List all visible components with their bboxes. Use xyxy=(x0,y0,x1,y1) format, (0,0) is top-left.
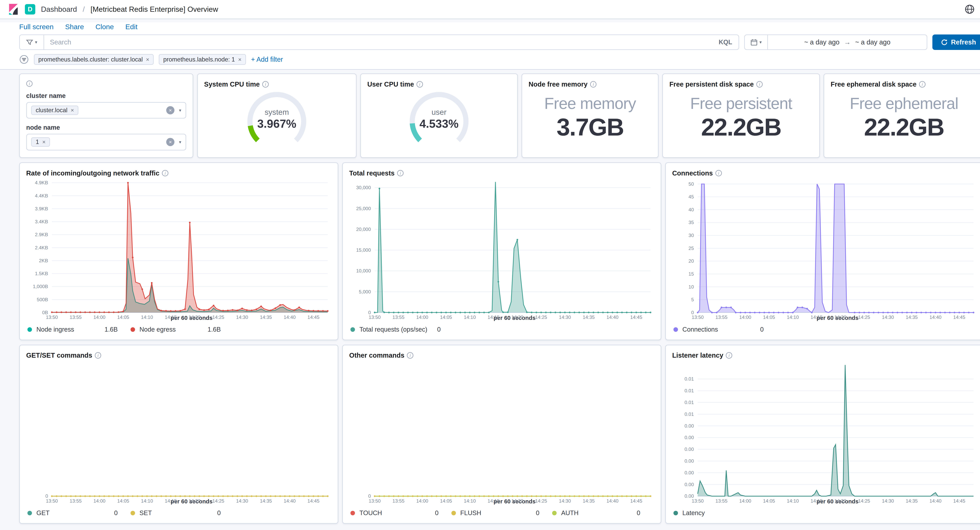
search-input[interactable] xyxy=(44,38,712,46)
panel-title[interactable]: System CPU time xyxy=(204,81,260,88)
clear-selection-icon[interactable]: × xyxy=(166,138,175,146)
panel-user-cpu: User CPU time i user 4.533% xyxy=(360,73,518,158)
svg-text:14:20: 14:20 xyxy=(511,498,523,503)
legend-item[interactable]: GET0 xyxy=(27,509,130,517)
svg-text:14:35: 14:35 xyxy=(260,315,272,320)
metric-value: 22.2GB xyxy=(864,113,944,141)
listener-latency-chart: 0.000.000.000.000.000.000.000.010.010.01… xyxy=(672,360,977,517)
chart-plot-area[interactable]: 013:5013:5514:0014:0514:1014:1514:2014:2… xyxy=(26,360,331,497)
remove-option-icon[interactable]: × xyxy=(42,139,46,145)
svg-text:14:35: 14:35 xyxy=(906,498,918,503)
date-quick-select-button[interactable]: ▾ xyxy=(745,35,768,49)
svg-text:14:00: 14:00 xyxy=(416,315,428,320)
svg-text:14:10: 14:10 xyxy=(141,498,153,503)
chart-plot-area[interactable]: 0.000.000.000.000.000.000.000.010.010.01… xyxy=(672,360,977,497)
legend-item[interactable]: Node ingress1.6B xyxy=(27,326,130,333)
legend-item[interactable]: FLUSH0 xyxy=(452,509,552,517)
svg-text:13:55: 13:55 xyxy=(70,315,81,320)
chart-plot-area[interactable]: 05,00010,00015,00020,00025,00030,00013:5… xyxy=(349,178,654,314)
date-range-display[interactable]: ~ a day ago → ~ a day ago xyxy=(768,38,927,46)
saved-queries-button[interactable]: ▾ xyxy=(20,35,44,49)
date-from[interactable]: ~ a day ago xyxy=(804,38,840,46)
legend-value: 0 xyxy=(637,509,653,517)
globe-icon[interactable] xyxy=(964,4,975,14)
clone-link[interactable]: Clone xyxy=(95,23,114,31)
svg-text:20: 20 xyxy=(689,259,694,264)
info-icon[interactable]: i xyxy=(417,81,423,87)
remove-filter-icon[interactable]: × xyxy=(146,56,150,63)
metric-label: Free persistent xyxy=(690,94,792,113)
info-icon[interactable]: i xyxy=(262,81,269,87)
panel-title[interactable]: GET/SET commands xyxy=(26,352,92,359)
info-icon[interactable]: i xyxy=(715,170,722,176)
svg-text:5: 5 xyxy=(691,297,694,302)
date-to[interactable]: ~ a day ago xyxy=(855,38,891,46)
user-cpu-gauge[interactable]: user 4.533% xyxy=(407,88,471,152)
panel-title[interactable]: Total requests xyxy=(349,170,395,177)
panel-free-persistent: Free persistent disk space i Free persis… xyxy=(662,73,820,158)
chart-plot-area[interactable]: 013:5013:5514:0014:0514:1014:1514:2014:2… xyxy=(349,360,654,497)
svg-text:14:30: 14:30 xyxy=(882,498,894,503)
legend-item[interactable]: AUTH0 xyxy=(552,509,653,517)
info-icon[interactable]: i xyxy=(162,170,169,176)
svg-text:14:15: 14:15 xyxy=(488,315,500,320)
svg-text:0B: 0B xyxy=(42,310,48,315)
remove-filter-icon[interactable]: × xyxy=(238,56,242,63)
panel-title[interactable]: Connections xyxy=(672,170,713,177)
remove-option-icon[interactable]: × xyxy=(70,107,74,114)
chart-plot-area[interactable]: 0B500B1,000B1.5KB2KB2.4KB2.9KB3.4KB3.9KB… xyxy=(26,178,331,314)
svg-text:14:45: 14:45 xyxy=(630,315,642,320)
panel-title[interactable]: Other commands xyxy=(349,352,404,359)
legend-label: FLUSH xyxy=(460,509,481,517)
kql-button[interactable]: KQL xyxy=(712,38,738,46)
legend-item[interactable]: SET0 xyxy=(130,509,234,517)
panel-connections: Connections i 0510152025303540455013:501… xyxy=(665,162,980,340)
svg-text:40: 40 xyxy=(689,207,694,212)
legend-item[interactable]: Connections0 xyxy=(673,326,776,333)
chart-plot-area[interactable]: 0510152025303540455013:5013:5514:0014:05… xyxy=(672,178,977,314)
kibana-logo-icon[interactable] xyxy=(8,3,19,15)
legend-label: Node ingress xyxy=(37,326,74,333)
panel-title[interactable]: Rate of incoming/outgoing network traffi… xyxy=(26,170,159,177)
node-name-select[interactable]: 1 × × ▾ xyxy=(26,134,186,151)
svg-text:14:20: 14:20 xyxy=(189,315,200,320)
svg-text:25: 25 xyxy=(689,246,694,251)
panel-listener-latency: Listener latency i 0.000.000.000.000.000… xyxy=(665,345,980,524)
legend-item[interactable]: Node egress1.6B xyxy=(130,326,234,333)
dashboard-toolbar: Full screen Share Clone Edit ▾ KQL xyxy=(0,22,980,70)
svg-text:45: 45 xyxy=(689,194,694,199)
page-title: [Metricbeat Redis Enterprise] Overview xyxy=(91,5,218,14)
filter-pill-label: prometheus.labels.cluster: cluster.local xyxy=(38,56,143,63)
refresh-button[interactable]: Refresh xyxy=(932,35,980,50)
filter-options-icon[interactable] xyxy=(19,55,29,64)
info-icon[interactable]: i xyxy=(95,352,101,359)
cluster-name-select[interactable]: cluster.local × × ▾ xyxy=(26,102,186,119)
full-screen-link[interactable]: Full screen xyxy=(19,23,54,31)
panel-title[interactable]: User CPU time xyxy=(367,81,414,88)
add-filter-link[interactable]: + Add filter xyxy=(251,56,283,63)
info-icon[interactable]: i xyxy=(407,352,414,359)
info-icon[interactable]: i xyxy=(26,81,33,87)
filter-pill-cluster[interactable]: prometheus.labels.cluster: cluster.local… xyxy=(34,54,154,65)
svg-text:13:50: 13:50 xyxy=(369,498,381,503)
legend-item[interactable]: TOUCH0 xyxy=(350,509,452,517)
selected-option-pill[interactable]: cluster.local × xyxy=(31,106,78,115)
refresh-icon xyxy=(941,39,948,46)
selected-option-pill[interactable]: 1 × xyxy=(31,137,50,147)
svg-text:13:50: 13:50 xyxy=(46,498,58,503)
chevron-down-icon: ▾ xyxy=(759,40,762,45)
panel-title[interactable]: Listener latency xyxy=(672,352,723,359)
info-icon[interactable]: i xyxy=(397,170,404,176)
edit-link[interactable]: Edit xyxy=(126,23,138,31)
svg-text:14:25: 14:25 xyxy=(858,498,870,503)
share-link[interactable]: Share xyxy=(65,23,84,31)
breadcrumb[interactable]: Dashboard xyxy=(41,5,77,14)
dashboard-badge[interactable]: D xyxy=(25,4,35,14)
legend-color-dot xyxy=(350,327,355,332)
filter-pill-node[interactable]: prometheus.labels.node: 1 × xyxy=(159,54,246,65)
system-cpu-gauge[interactable]: system 3.967% xyxy=(245,88,309,152)
legend-item[interactable]: Total requests (ops/sec)0 xyxy=(350,326,453,333)
info-icon[interactable]: i xyxy=(726,352,732,359)
clear-selection-icon[interactable]: × xyxy=(166,106,175,114)
legend-item[interactable]: Latency xyxy=(673,509,776,517)
